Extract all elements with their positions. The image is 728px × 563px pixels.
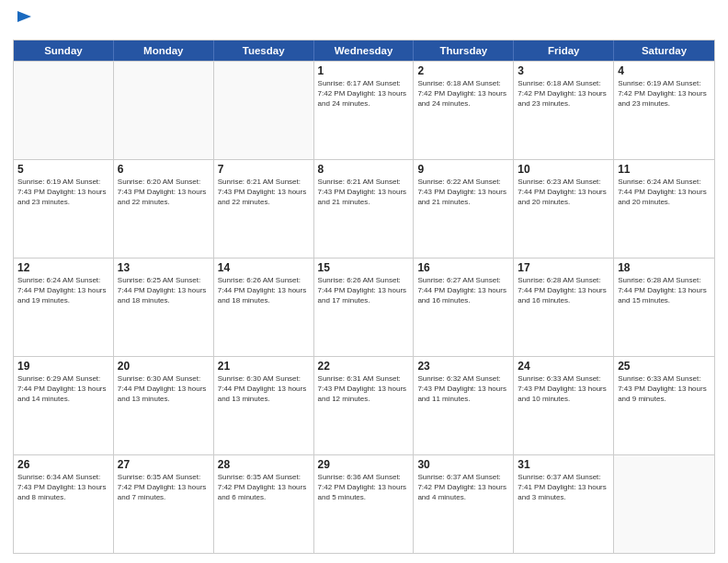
calendar-cell: 4Sunrise: 6:19 AM Sunset: 7:42 PM Daylig…: [614, 62, 714, 159]
logo-flag-icon: [15, 9, 35, 29]
calendar-header-cell-thursday: Thursday: [414, 40, 514, 61]
day-number: 5: [17, 163, 109, 176]
calendar-header-cell-saturday: Saturday: [614, 40, 714, 61]
day-number: 8: [318, 163, 410, 176]
calendar-header-cell-tuesday: Tuesday: [214, 40, 314, 61]
header: [13, 9, 715, 34]
day-number: 3: [518, 64, 609, 77]
calendar-cell: 31Sunrise: 6:37 AM Sunset: 7:41 PM Dayli…: [514, 455, 614, 553]
calendar-cell: 27Sunrise: 6:35 AM Sunset: 7:42 PM Dayli…: [114, 455, 214, 553]
day-info: Sunrise: 6:17 AM Sunset: 7:42 PM Dayligh…: [318, 79, 410, 109]
day-number: 14: [218, 261, 310, 274]
day-info: Sunrise: 6:20 AM Sunset: 7:43 PM Dayligh…: [118, 178, 210, 207]
calendar-cell: 12Sunrise: 6:24 AM Sunset: 7:44 PM Dayli…: [14, 259, 114, 356]
calendar-cell: 19Sunrise: 6:29 AM Sunset: 7:44 PM Dayli…: [14, 357, 114, 454]
day-info: Sunrise: 6:36 AM Sunset: 7:42 PM Dayligh…: [318, 473, 410, 502]
day-number: 6: [118, 163, 210, 176]
day-info: Sunrise: 6:28 AM Sunset: 7:44 PM Dayligh…: [518, 276, 609, 305]
page: SundayMondayTuesdayWednesdayThursdayFrid…: [0, 0, 728, 563]
calendar-cell: 2Sunrise: 6:18 AM Sunset: 7:42 PM Daylig…: [414, 62, 514, 159]
calendar-week-2: 12Sunrise: 6:24 AM Sunset: 7:44 PM Dayli…: [14, 258, 714, 356]
day-number: 15: [318, 261, 410, 274]
day-info: Sunrise: 6:18 AM Sunset: 7:42 PM Dayligh…: [518, 79, 609, 109]
calendar-cell: 30Sunrise: 6:37 AM Sunset: 7:42 PM Dayli…: [414, 455, 514, 553]
calendar-cell: 28Sunrise: 6:35 AM Sunset: 7:42 PM Dayli…: [214, 455, 314, 553]
day-number: 29: [318, 458, 410, 471]
calendar-week-0: 1Sunrise: 6:17 AM Sunset: 7:42 PM Daylig…: [14, 61, 714, 159]
day-info: Sunrise: 6:30 AM Sunset: 7:44 PM Dayligh…: [218, 374, 310, 404]
calendar-cell: 23Sunrise: 6:32 AM Sunset: 7:43 PM Dayli…: [414, 357, 514, 454]
day-number: 11: [618, 163, 711, 176]
day-number: 23: [417, 360, 509, 373]
day-number: 7: [218, 163, 310, 176]
day-info: Sunrise: 6:31 AM Sunset: 7:43 PM Dayligh…: [318, 374, 410, 404]
calendar: SundayMondayTuesdayWednesdayThursdayFrid…: [13, 40, 715, 554]
calendar-cell: 15Sunrise: 6:26 AM Sunset: 7:44 PM Dayli…: [314, 259, 415, 356]
day-info: Sunrise: 6:28 AM Sunset: 7:44 PM Dayligh…: [618, 276, 711, 305]
day-info: Sunrise: 6:33 AM Sunset: 7:43 PM Dayligh…: [618, 374, 711, 404]
day-number: 30: [417, 458, 509, 471]
logo: [13, 9, 35, 34]
day-number: 2: [417, 64, 509, 77]
calendar-header-cell-sunday: Sunday: [14, 40, 114, 61]
day-info: Sunrise: 6:30 AM Sunset: 7:44 PM Dayligh…: [118, 374, 210, 404]
day-info: Sunrise: 6:22 AM Sunset: 7:43 PM Dayligh…: [417, 178, 509, 207]
calendar-cell: 24Sunrise: 6:33 AM Sunset: 7:43 PM Dayli…: [514, 357, 614, 454]
calendar-cell: 8Sunrise: 6:21 AM Sunset: 7:43 PM Daylig…: [314, 160, 415, 258]
day-info: Sunrise: 6:21 AM Sunset: 7:43 PM Dayligh…: [218, 178, 310, 207]
calendar-header-cell-monday: Monday: [114, 40, 214, 61]
calendar-cell: 13Sunrise: 6:25 AM Sunset: 7:44 PM Dayli…: [114, 259, 214, 356]
calendar-cell: 17Sunrise: 6:28 AM Sunset: 7:44 PM Dayli…: [514, 259, 614, 356]
day-number: 16: [417, 261, 509, 274]
day-info: Sunrise: 6:35 AM Sunset: 7:42 PM Dayligh…: [118, 473, 210, 502]
day-number: 20: [118, 360, 210, 373]
calendar-cell: 10Sunrise: 6:23 AM Sunset: 7:44 PM Dayli…: [514, 160, 614, 258]
day-number: 31: [518, 458, 609, 471]
calendar-cell: 7Sunrise: 6:21 AM Sunset: 7:43 PM Daylig…: [214, 160, 314, 258]
calendar-header-row: SundayMondayTuesdayWednesdayThursdayFrid…: [14, 40, 714, 61]
calendar-week-1: 5Sunrise: 6:19 AM Sunset: 7:43 PM Daylig…: [14, 159, 714, 258]
day-info: Sunrise: 6:21 AM Sunset: 7:43 PM Dayligh…: [318, 178, 410, 207]
calendar-cell: 14Sunrise: 6:26 AM Sunset: 7:44 PM Dayli…: [214, 259, 314, 356]
day-info: Sunrise: 6:37 AM Sunset: 7:42 PM Dayligh…: [417, 473, 509, 502]
svg-marker-0: [17, 11, 31, 28]
calendar-cell: 26Sunrise: 6:34 AM Sunset: 7:43 PM Dayli…: [14, 455, 114, 553]
calendar-cell: 22Sunrise: 6:31 AM Sunset: 7:43 PM Dayli…: [314, 357, 415, 454]
calendar-week-3: 19Sunrise: 6:29 AM Sunset: 7:44 PM Dayli…: [14, 356, 714, 454]
day-info: Sunrise: 6:19 AM Sunset: 7:42 PM Dayligh…: [618, 79, 711, 109]
day-number: 18: [618, 261, 711, 274]
day-number: 10: [518, 163, 609, 176]
day-number: 1: [318, 64, 410, 77]
day-number: 28: [218, 458, 310, 471]
calendar-body: 1Sunrise: 6:17 AM Sunset: 7:42 PM Daylig…: [14, 61, 714, 553]
calendar-cell: 16Sunrise: 6:27 AM Sunset: 7:44 PM Dayli…: [414, 259, 514, 356]
calendar-cell: 21Sunrise: 6:30 AM Sunset: 7:44 PM Dayli…: [214, 357, 314, 454]
calendar-cell: 3Sunrise: 6:18 AM Sunset: 7:42 PM Daylig…: [514, 62, 614, 159]
day-info: Sunrise: 6:24 AM Sunset: 7:44 PM Dayligh…: [17, 276, 109, 305]
calendar-cell: 1Sunrise: 6:17 AM Sunset: 7:42 PM Daylig…: [314, 62, 415, 159]
day-number: 22: [318, 360, 410, 373]
day-info: Sunrise: 6:29 AM Sunset: 7:44 PM Dayligh…: [17, 374, 109, 404]
day-number: 9: [417, 163, 509, 176]
day-info: Sunrise: 6:18 AM Sunset: 7:42 PM Dayligh…: [417, 79, 509, 109]
logo-text: [13, 9, 35, 34]
day-info: Sunrise: 6:37 AM Sunset: 7:41 PM Dayligh…: [518, 473, 609, 502]
day-number: 26: [17, 458, 109, 471]
day-number: 17: [518, 261, 609, 274]
day-info: Sunrise: 6:25 AM Sunset: 7:44 PM Dayligh…: [118, 276, 210, 305]
calendar-week-4: 26Sunrise: 6:34 AM Sunset: 7:43 PM Dayli…: [14, 454, 714, 553]
calendar-cell: 20Sunrise: 6:30 AM Sunset: 7:44 PM Dayli…: [114, 357, 214, 454]
calendar-cell: 6Sunrise: 6:20 AM Sunset: 7:43 PM Daylig…: [114, 160, 214, 258]
calendar-cell: [14, 62, 114, 159]
day-number: 21: [218, 360, 310, 373]
day-info: Sunrise: 6:24 AM Sunset: 7:44 PM Dayligh…: [618, 178, 711, 207]
calendar-cell: 11Sunrise: 6:24 AM Sunset: 7:44 PM Dayli…: [614, 160, 714, 258]
day-info: Sunrise: 6:33 AM Sunset: 7:43 PM Dayligh…: [518, 374, 609, 404]
calendar-header-cell-wednesday: Wednesday: [314, 40, 415, 61]
day-number: 19: [17, 360, 109, 373]
day-number: 25: [618, 360, 711, 373]
calendar-cell: [114, 62, 214, 159]
calendar-cell: 18Sunrise: 6:28 AM Sunset: 7:44 PM Dayli…: [614, 259, 714, 356]
day-info: Sunrise: 6:19 AM Sunset: 7:43 PM Dayligh…: [17, 178, 109, 207]
day-number: 27: [118, 458, 210, 471]
